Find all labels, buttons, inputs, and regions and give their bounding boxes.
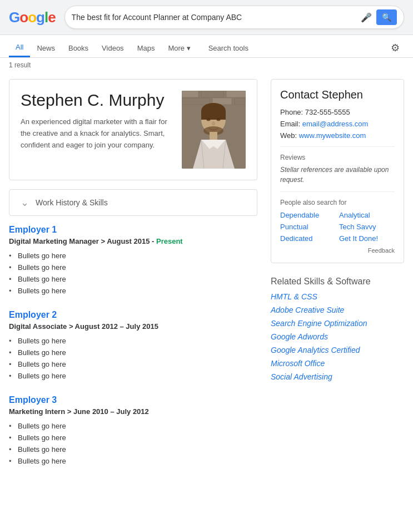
website-link[interactable]: www.mywebsite.com (299, 131, 366, 140)
tag-get-it-done[interactable]: Get It Done! (339, 234, 395, 243)
skill-adwords[interactable]: Google Adwords (271, 332, 404, 341)
employer-1-name[interactable]: Employer 1 (9, 225, 257, 235)
contact-card: Contact Stephen Phone: 732-555-5555 Emai… (271, 79, 404, 263)
employer-1-section: Employer 1 Digital Marketing Manager > A… (9, 225, 257, 297)
nav-item-maps[interactable]: Maps (131, 40, 162, 57)
list-item: Bullets go here (9, 420, 257, 432)
contact-email: Email: email@address.com (280, 120, 395, 128)
svg-point-12 (212, 121, 215, 126)
employer-3-section: Employer 3 Marketing Intern > June 2010 … (9, 395, 257, 467)
employer-3-title: Marketing Intern > June 2010 – July 2012 (9, 407, 257, 416)
list-item: Bullets go here (9, 250, 257, 262)
profile-card: Stephen C. Murphy An experienced digital… (9, 79, 257, 180)
left-column: Stephen C. Murphy An experienced digital… (9, 79, 257, 480)
employer-3-bullets: Bullets go here Bullets go here Bullets … (9, 420, 257, 467)
divider-2 (280, 191, 395, 192)
list-item: Bullets go here (9, 370, 257, 382)
svg-point-10 (207, 119, 211, 121)
search-bar: 🎤 🔍 (64, 6, 404, 29)
list-item: Bullets go here (9, 347, 257, 358)
header: Google 🎤 🔍 (0, 0, 413, 35)
nav-item-books[interactable]: Books (62, 40, 95, 57)
search-input[interactable] (72, 13, 361, 22)
list-item: Bullets go here (9, 335, 257, 347)
skill-analytics-certified[interactable]: Google Analytics Certified (271, 346, 404, 354)
google-logo: Google (9, 9, 56, 26)
svg-rect-14 (210, 132, 217, 140)
reviews-label: Reviews (280, 154, 395, 161)
skills-title: Related Skills & Software (271, 277, 404, 287)
contact-phone: Phone: 732-555-5555 (280, 108, 395, 116)
main-content: Stephen C. Murphy An experienced digital… (0, 72, 413, 487)
nav-item-videos[interactable]: Videos (95, 40, 131, 57)
divider (280, 146, 395, 147)
tag-punctual[interactable]: Punctual (280, 223, 336, 231)
contact-title: Contact Stephen (280, 88, 395, 101)
profile-bio: An experienced digital marketer with a f… (21, 116, 171, 151)
nav-item-news[interactable]: News (30, 40, 62, 57)
feedback-link[interactable]: Feedback (280, 247, 395, 254)
nav-item-all[interactable]: All (9, 38, 30, 57)
tag-dependable[interactable]: Dependable (280, 211, 336, 219)
results-count: 1 result (0, 58, 413, 72)
nav-item-search-tools[interactable]: Search tools (202, 40, 255, 57)
list-item: Bullets go here (9, 432, 257, 444)
employer-1-title: Digital Marketing Manager > August 2015 … (9, 237, 257, 245)
settings-icon[interactable]: ⚙ (386, 40, 404, 56)
search-button[interactable]: 🔍 (376, 9, 397, 25)
svg-rect-3 (226, 91, 246, 97)
right-column: Contact Stephen Phone: 732-555-5555 Emai… (271, 79, 404, 480)
nav-bar: All News Books Videos Maps More ▾ Search… (0, 35, 413, 58)
employer-1-bullets: Bullets go here Bullets go here Bullets … (9, 250, 257, 297)
list-item: Bullets go here (9, 444, 257, 455)
employer-2-section: Employer 2 Digital Associate > August 20… (9, 310, 257, 382)
work-history-label: Work History & Skills (36, 198, 108, 207)
skills-section: Related Skills & Software HMTL & CSS Ado… (271, 272, 404, 390)
skill-adobe[interactable]: Adobe Creative Suite (271, 306, 404, 314)
tag-analytical[interactable]: Analytical (339, 211, 395, 219)
svg-rect-1 (182, 91, 198, 97)
svg-point-11 (217, 119, 221, 121)
employer-2-bullets: Bullets go here Bullets go here Bullets … (9, 335, 257, 382)
employer-3-name[interactable]: Employer 3 (9, 395, 257, 405)
list-item: Bullets go here (9, 262, 257, 273)
svg-rect-4 (182, 98, 210, 105)
mic-icon[interactable]: 🎤 (361, 12, 372, 23)
svg-rect-2 (201, 91, 223, 97)
list-item: Bullets go here (9, 455, 257, 467)
skill-seo[interactable]: Search Engine Optimization (271, 319, 404, 328)
email-link[interactable]: email@address.com (302, 120, 369, 128)
profile-info: Stephen C. Murphy An experienced digital… (21, 91, 171, 151)
reviews-text: Stellar references are available upon re… (280, 165, 395, 185)
skill-html-css[interactable]: HMTL & CSS (271, 292, 404, 301)
svg-rect-6 (235, 98, 246, 105)
tag-dedicated[interactable]: Dedicated (280, 234, 336, 243)
skill-microsoft-office[interactable]: Microsoft Office (271, 359, 404, 368)
tag-tech-savvy[interactable]: Tech Savvy (339, 223, 395, 231)
list-item: Bullets go here (9, 358, 257, 370)
work-history-toggle[interactable]: ⌄ Work History & Skills (9, 189, 257, 216)
employer-2-title: Digital Associate > August 2012 – July 2… (9, 322, 257, 331)
list-item: Bullets go here (9, 273, 257, 285)
people-also-search-label: People also search for (280, 199, 395, 206)
profile-name: Stephen C. Murphy (21, 91, 171, 110)
chevron-down-icon: ⌄ (21, 196, 29, 209)
svg-rect-9 (201, 111, 226, 120)
profile-photo (182, 91, 246, 169)
list-item: Bullets go here (9, 285, 257, 297)
nav-item-more[interactable]: More ▾ (161, 40, 197, 57)
people-tags: Dependable Analytical Punctual Tech Savv… (280, 211, 395, 243)
contact-web: Web: www.mywebsite.com (280, 131, 395, 140)
skill-social-advertising[interactable]: Social Advertising (271, 372, 404, 381)
employer-2-name[interactable]: Employer 2 (9, 310, 257, 320)
